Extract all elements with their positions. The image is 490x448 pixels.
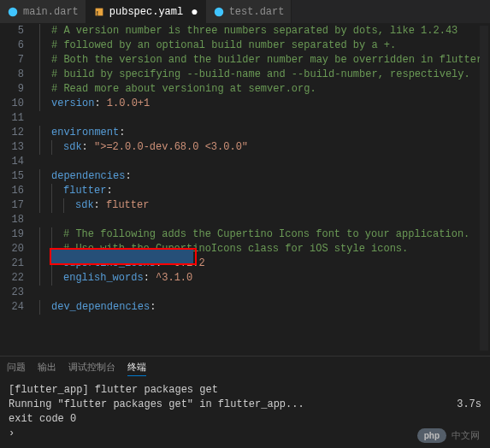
- line-number: 13: [0, 140, 24, 155]
- code-line[interactable]: flutter:: [39, 184, 490, 198]
- line-number: 19: [0, 227, 24, 242]
- scrollbar[interactable]: [480, 26, 488, 351]
- svg-point-3: [214, 7, 223, 16]
- line-number: 18: [0, 213, 24, 227]
- selection-highlight: [51, 250, 193, 263]
- tab-label: main.dart: [23, 6, 79, 18]
- code-line[interactable]: # A version number is three numbers sepa…: [39, 24, 490, 38]
- line-number: 24: [0, 300, 24, 315]
- panel-tab-debug[interactable]: 调试控制台: [68, 359, 115, 375]
- code-line[interactable]: sdk: flutter: [39, 198, 490, 213]
- line-number: 14: [0, 155, 24, 169]
- code-line[interactable]: # Read more about versioning at semver.o…: [39, 82, 490, 97]
- code-content[interactable]: # A version number is three numbers sepa…: [36, 24, 490, 356]
- line-number: 21: [0, 256, 24, 271]
- line-number: 6: [0, 38, 24, 53]
- line-number: 16: [0, 184, 24, 198]
- line-number-gutter: 56789101112131415161718192021222324: [0, 24, 36, 356]
- code-line[interactable]: dev_dependencies:: [39, 300, 490, 315]
- line-number: 5: [0, 24, 24, 38]
- code-line[interactable]: [39, 155, 490, 169]
- terminal-prompt: ›: [9, 427, 481, 441]
- code-line[interactable]: # build by specifying --build-name and -…: [39, 68, 490, 82]
- line-number: 8: [0, 68, 24, 82]
- code-line[interactable]: english_words: ^3.1.0: [39, 271, 490, 286]
- dart-file-icon: [7, 6, 19, 18]
- tab-main-dart[interactable]: main.dart: [0, 0, 86, 23]
- tab-pubspec-yaml[interactable]: ! pubspec.yaml ●: [86, 0, 206, 23]
- yaml-file-icon: !: [93, 6, 105, 18]
- panel-tabs: 问题 输出 调试控制台 终端: [0, 356, 490, 378]
- line-number: 9: [0, 82, 24, 97]
- line-number: 11: [0, 111, 24, 126]
- watermark: php 中文网: [417, 428, 480, 443]
- tab-label: test.dart: [229, 6, 285, 18]
- svg-text:!: !: [96, 9, 98, 16]
- code-line[interactable]: version: 1.0.0+1: [39, 97, 490, 111]
- tab-test-dart[interactable]: test.dart: [206, 0, 292, 23]
- code-line[interactable]: [39, 213, 490, 227]
- line-number: 20: [0, 242, 24, 256]
- close-icon[interactable]: ●: [191, 6, 198, 18]
- editor-tabs: main.dart ! pubspec.yaml ● test.dart: [0, 0, 490, 24]
- line-number: 10: [0, 97, 24, 111]
- tab-label: pubspec.yaml: [109, 6, 183, 18]
- code-line[interactable]: # The following adds the Cupertino Icons…: [39, 227, 490, 242]
- line-number: 12: [0, 126, 24, 140]
- panel-tab-problems[interactable]: 问题: [7, 359, 26, 375]
- code-line[interactable]: environment:: [39, 126, 490, 140]
- panel-tab-terminal[interactable]: 终端: [127, 359, 146, 376]
- code-line[interactable]: # Both the version and the builder numbe…: [39, 53, 490, 68]
- line-number: 7: [0, 53, 24, 68]
- dart-file-icon: [213, 6, 225, 18]
- line-number: 22: [0, 271, 24, 286]
- line-number: 17: [0, 198, 24, 213]
- editor-area[interactable]: 56789101112131415161718192021222324 # A …: [0, 24, 490, 356]
- code-line[interactable]: [39, 286, 490, 300]
- panel-tab-output[interactable]: 输出: [38, 359, 56, 375]
- watermark-badge: php: [417, 428, 446, 443]
- line-number: 15: [0, 169, 24, 184]
- code-line[interactable]: dependencies:: [39, 169, 490, 184]
- terminal-line: [flutter_app] flutter packages get: [9, 383, 481, 398]
- svg-point-0: [9, 7, 18, 16]
- terminal-line: exit code 0: [9, 412, 481, 427]
- terminal-line: Running "flutter packages get" in flutte…: [9, 398, 481, 412]
- code-line[interactable]: # followed by an optional build number s…: [39, 38, 490, 53]
- code-line[interactable]: [39, 111, 490, 126]
- watermark-text: 中文网: [452, 429, 480, 442]
- line-number: 23: [0, 286, 24, 300]
- code-line[interactable]: sdk: ">=2.0.0-dev.68.0 <3.0.0": [39, 140, 490, 155]
